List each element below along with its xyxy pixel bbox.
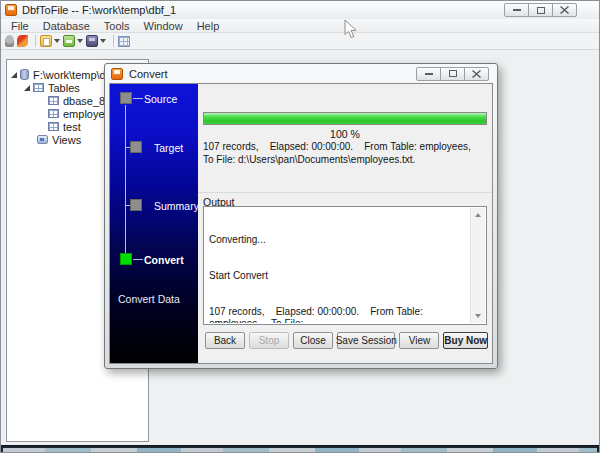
step-source-label: Source bbox=[144, 93, 177, 105]
disconnect-button[interactable] bbox=[17, 35, 28, 47]
close-icon bbox=[560, 6, 569, 14]
minimize-icon bbox=[513, 9, 521, 11]
tree-table-label: test bbox=[63, 121, 81, 133]
maximize-icon bbox=[449, 70, 457, 77]
step-convert-label: Convert bbox=[144, 254, 184, 266]
menu-window[interactable]: Window bbox=[137, 20, 190, 32]
step-summary-marker bbox=[130, 199, 142, 211]
toolbar bbox=[1, 33, 599, 50]
dialog-window-controls bbox=[416, 67, 489, 81]
maximize-button[interactable] bbox=[528, 3, 553, 17]
step-source-marker bbox=[120, 92, 132, 104]
tree-views-label: Views bbox=[52, 134, 81, 146]
output-log-box[interactable]: Converting... Start Convert 107 records,… bbox=[203, 206, 487, 325]
mouse-cursor bbox=[344, 19, 357, 39]
views-icon bbox=[37, 135, 48, 144]
toolbar-separator bbox=[35, 35, 36, 47]
new-session-icon bbox=[40, 35, 52, 47]
sidebar-caption: Convert Data bbox=[118, 293, 180, 305]
close-button[interactable] bbox=[552, 3, 577, 17]
data-grid-button[interactable] bbox=[118, 36, 130, 47]
menu-tools[interactable]: Tools bbox=[97, 20, 137, 32]
step-target-marker bbox=[130, 141, 142, 153]
menu-database[interactable]: Database bbox=[36, 20, 97, 32]
minimize-icon bbox=[425, 73, 433, 75]
main-titlebar: DbfToFile -- F:\work\temp\dbf_1 bbox=[1, 1, 599, 19]
stop-button: Stop bbox=[249, 332, 289, 349]
settings-button[interactable] bbox=[86, 35, 106, 47]
menu-bar: File Database Tools Window Help bbox=[1, 19, 599, 33]
window-controls bbox=[504, 3, 577, 17]
scroll-down-button[interactable] bbox=[471, 309, 485, 323]
output-line: Start Convert bbox=[209, 270, 466, 282]
dialog-maximize-button[interactable] bbox=[440, 67, 465, 81]
window-title: DbfToFile -- F:\work\temp\dbf_1 bbox=[22, 4, 176, 16]
taskbar[interactable] bbox=[1, 445, 599, 452]
output-log-text: Converting... Start Convert 107 records,… bbox=[205, 208, 470, 323]
arrow-down-icon bbox=[475, 314, 481, 318]
settings-icon bbox=[86, 35, 98, 47]
arrow-up-icon bbox=[475, 213, 481, 217]
database-icon bbox=[20, 69, 29, 80]
step-summary-label: Summary bbox=[154, 200, 199, 212]
convert-content: 100 % 107 records, Elapsed: 00:00:00. Fr… bbox=[198, 84, 492, 363]
table-icon bbox=[48, 122, 59, 131]
export-button[interactable] bbox=[63, 35, 83, 47]
dialog-minimize-button[interactable] bbox=[416, 67, 441, 81]
chevron-down-icon bbox=[77, 39, 83, 43]
wizard-sidebar: Source Target Summary Convert Convert Da… bbox=[110, 84, 198, 363]
back-button[interactable]: Back bbox=[205, 332, 245, 349]
new-session-button[interactable] bbox=[40, 35, 60, 47]
connect-icon bbox=[5, 35, 14, 47]
close-icon bbox=[472, 70, 481, 78]
maximize-icon bbox=[537, 7, 545, 14]
table-icon bbox=[48, 109, 59, 118]
buy-now-button[interactable]: Buy Now bbox=[443, 332, 488, 349]
output-scrollbar[interactable] bbox=[470, 208, 485, 323]
wizard-connector-line bbox=[125, 105, 126, 255]
output-line: Converting... bbox=[209, 234, 466, 246]
view-button[interactable]: View bbox=[399, 332, 439, 349]
tree-tables-label: Tables bbox=[48, 82, 80, 94]
menu-file[interactable]: File bbox=[4, 20, 36, 32]
output-line: 107 records, Elapsed: 00:00:00. From Tab… bbox=[209, 306, 466, 323]
dialog-close-button[interactable] bbox=[464, 67, 489, 81]
progress-bar-fill bbox=[204, 113, 486, 124]
output-section-divider bbox=[198, 192, 492, 193]
toolbar-separator bbox=[113, 35, 114, 47]
disconnect-icon bbox=[17, 35, 28, 47]
chevron-down-icon bbox=[100, 39, 106, 43]
dialog-body: Source Target Summary Convert Convert Da… bbox=[109, 83, 493, 364]
progress-percent-label: 100 % bbox=[198, 128, 492, 140]
app-icon bbox=[5, 4, 17, 16]
dialog-icon bbox=[111, 68, 123, 80]
scroll-up-button[interactable] bbox=[471, 208, 485, 222]
tables-folder-icon bbox=[33, 83, 44, 92]
close-dialog-button[interactable]: Close bbox=[293, 332, 333, 349]
taskbar-buttons-strip[interactable] bbox=[3, 448, 597, 452]
export-icon bbox=[63, 35, 75, 47]
main-window: DbfToFile -- F:\work\temp\dbf_1 File Dat… bbox=[0, 0, 600, 453]
dialog-button-row: Back Stop Close Save Session View Buy No… bbox=[205, 332, 488, 349]
minimize-button[interactable] bbox=[504, 3, 529, 17]
step-target-label: Target bbox=[154, 142, 183, 154]
save-session-button[interactable]: Save Session bbox=[337, 332, 395, 349]
data-grid-icon bbox=[118, 36, 130, 47]
chevron-down-icon bbox=[54, 39, 60, 43]
progress-bar bbox=[203, 112, 487, 125]
menu-help[interactable]: Help bbox=[190, 20, 227, 32]
connect-button[interactable] bbox=[5, 35, 14, 47]
table-icon bbox=[48, 96, 59, 105]
step-convert-marker bbox=[120, 253, 132, 265]
expand-arrow-icon[interactable] bbox=[11, 72, 17, 78]
dialog-titlebar: Convert bbox=[105, 64, 497, 83]
conversion-status-text: 107 records, Elapsed: 00:00:00. From Tab… bbox=[203, 140, 484, 166]
convert-dialog: Convert Source Target bbox=[104, 63, 498, 369]
dialog-title: Convert bbox=[129, 68, 168, 80]
expand-arrow-icon[interactable] bbox=[24, 85, 30, 91]
